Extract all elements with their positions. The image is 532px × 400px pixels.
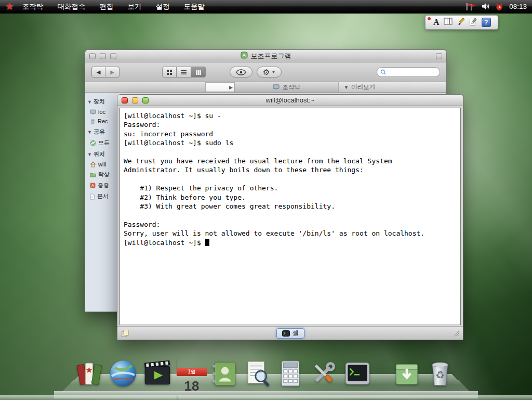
- package-icon: [392, 358, 422, 389]
- alarm-clock-icon[interactable]: [495, 3, 503, 11]
- calendar-icon: 1월 18: [177, 358, 207, 400]
- sidebar-item[interactable]: loc: [85, 107, 117, 117]
- sidebar-item[interactable]: will: [85, 160, 117, 169]
- column-scroll-box[interactable]: ▶: [206, 82, 235, 92]
- flags-icon[interactable]: [466, 3, 477, 11]
- icon-view-button[interactable]: [162, 67, 177, 78]
- address-book-icon: [209, 358, 239, 389]
- sidebar-item[interactable]: 모든: [85, 137, 117, 148]
- resize-grip[interactable]: [452, 330, 459, 337]
- clock[interactable]: 08:13: [509, 3, 527, 10]
- close-button[interactable]: [89, 53, 96, 59]
- palette-close-icon[interactable]: [428, 17, 431, 20]
- panels-tool-icon[interactable]: [444, 18, 453, 27]
- sidebar-item-label: loc: [98, 109, 105, 115]
- applications-icon: [90, 183, 96, 188]
- shell-tab[interactable]: 셸: [276, 328, 304, 339]
- window-title-text: 보조프로그램: [251, 51, 291, 61]
- dock-item-media-player[interactable]: [142, 358, 172, 389]
- menu-item-connect[interactable]: 대화접속: [58, 2, 86, 11]
- desktop-folder-icon: [90, 172, 96, 177]
- sidebar-item[interactable]: 탁상: [85, 169, 117, 180]
- trash-icon: ♻: [425, 358, 455, 389]
- sidebar-section-shared[interactable]: ▼ 공유: [85, 126, 117, 137]
- dock-item-package-installer[interactable]: [392, 358, 422, 389]
- search-input[interactable]: [388, 69, 436, 75]
- toolbar-toggle-button[interactable]: [436, 53, 442, 59]
- calendar-day: 18: [177, 376, 207, 396]
- dock-item-web-browser[interactable]: [108, 358, 138, 389]
- sidebar-item-label: Rec: [98, 118, 108, 124]
- dock-item-calculator[interactable]: [275, 358, 305, 389]
- tools-icon: [309, 358, 339, 389]
- window-title: 보조프로그램: [85, 51, 446, 61]
- forward-button[interactable]: ▶: [105, 67, 119, 78]
- dock-item-calendar[interactable]: 1월 18: [177, 358, 207, 389]
- menu-item-edit[interactable]: 편집: [100, 2, 114, 11]
- dock-item-documents[interactable]: [74, 358, 104, 389]
- sidebar-section-places[interactable]: ▼ 위치: [85, 148, 117, 160]
- terminal-footer: 셸: [117, 326, 463, 340]
- menu-item-settings[interactable]: 설정: [156, 2, 170, 11]
- dock-item-file-search[interactable]: [243, 358, 273, 389]
- terminal-output[interactable]: [will@localhost ~]$ su - Password: su: i…: [119, 108, 461, 325]
- dock-item-system-tools[interactable]: [309, 358, 339, 389]
- search-field[interactable]: [377, 67, 440, 77]
- sidebar-item-label: 모든: [98, 139, 110, 147]
- dock-item-terminal[interactable]: [342, 358, 373, 389]
- menu-item-desktop[interactable]: 조작탁: [22, 2, 44, 11]
- dock-item-trash[interactable]: ♻: [425, 358, 455, 389]
- new-tab-button[interactable]: [121, 329, 129, 338]
- sidebar-section-devices[interactable]: ▼ 장치: [85, 96, 117, 107]
- menu-item-help[interactable]: 도움말: [184, 2, 205, 11]
- terminal-line: [124, 175, 457, 184]
- system-star-icon[interactable]: ★: [5, 2, 14, 11]
- volume-icon[interactable]: [482, 3, 490, 10]
- sidebar-item-label: will: [98, 161, 106, 167]
- dock-floor: [0, 395, 532, 400]
- view-mode-segment: [162, 67, 206, 78]
- prompt-text: [will@localhost ~]$: [124, 239, 205, 247]
- section-label: 위치: [94, 150, 105, 158]
- triangle-right-icon: ▶: [229, 85, 233, 90]
- dock-item-address-book[interactable]: [209, 358, 239, 389]
- calendar-month: 1월: [177, 368, 207, 376]
- terminal-window: will@localhost:~ [will@localhost ~]$ su …: [117, 94, 463, 340]
- minimize-button[interactable]: [100, 53, 106, 59]
- minimize-button[interactable]: [132, 97, 138, 104]
- triangle-down-icon: ▼: [87, 130, 92, 135]
- terminal-line: Sorry, user will is not allowed to execu…: [124, 229, 457, 238]
- terminal-line: Administrator. It usually boils down to …: [124, 165, 457, 174]
- text-tool-icon[interactable]: A: [433, 18, 440, 27]
- sidebar-item[interactable]: Rec: [85, 117, 117, 126]
- calculator-icon: [275, 358, 305, 389]
- sidebar-item[interactable]: 문서: [85, 191, 117, 202]
- terminal-line: #3) With great power comes great respons…: [124, 202, 457, 211]
- window-buttons: [89, 53, 116, 59]
- globe-icon: [108, 358, 138, 389]
- column-header-main[interactable]: 조작탁: [235, 82, 339, 92]
- system-tray: 08:13: [466, 3, 527, 11]
- terminal-titlebar[interactable]: will@localhost:~: [117, 95, 463, 106]
- list-view-button[interactable]: [177, 67, 191, 78]
- pen-tool-icon[interactable]: [457, 18, 465, 28]
- zoom-button[interactable]: [110, 53, 116, 59]
- actions-gear-button[interactable]: ⚙ ▼: [257, 67, 282, 78]
- triangle-down-icon: ▼: [87, 99, 92, 105]
- back-button[interactable]: ◀: [91, 67, 105, 78]
- menu-item-view[interactable]: 보기: [128, 2, 142, 11]
- app-green-icon: [241, 51, 248, 60]
- preview-eye-button[interactable]: [230, 67, 252, 78]
- file-manager-titlebar[interactable]: 보조프로그램: [85, 50, 446, 62]
- column-view-button[interactable]: [191, 67, 206, 78]
- zoom-button[interactable]: [142, 97, 149, 104]
- terminal-line: Password:: [124, 120, 457, 129]
- sidebar-item-label: 문서: [97, 192, 109, 200]
- help-icon[interactable]: ?: [482, 18, 491, 27]
- column-header-preview[interactable]: ▼ 미리보기: [339, 82, 446, 92]
- file-search-icon: [243, 358, 273, 389]
- terminal-prompt-line: [will@localhost ~]$: [124, 238, 457, 247]
- close-button[interactable]: [122, 97, 128, 104]
- signature-tool-icon[interactable]: [469, 18, 477, 28]
- sidebar-item[interactable]: 응용: [85, 180, 117, 191]
